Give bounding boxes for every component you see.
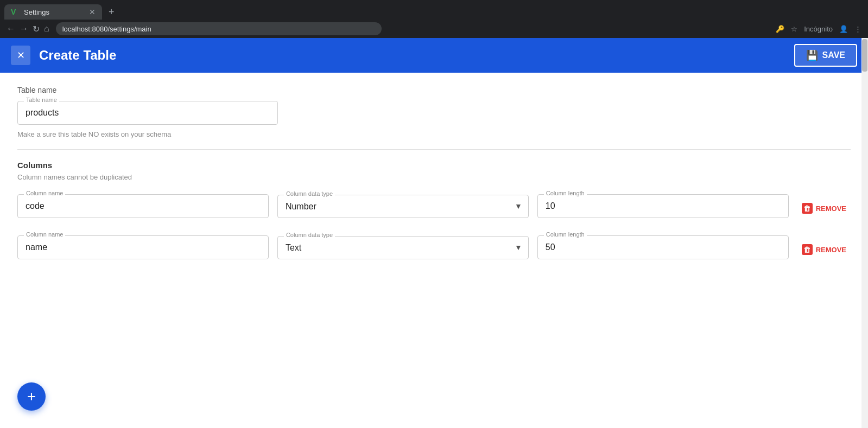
scrollbar-thumb[interactable] — [862, 39, 867, 72]
col-length-group-1: Column length — [537, 194, 789, 218]
col-name-label-1: Column name — [24, 190, 65, 196]
col-type-group-1: Column data type Number Text Date Boolea… — [277, 195, 529, 218]
refresh-button[interactable]: ↻ — [33, 24, 40, 34]
col-type-select-2[interactable]: Number Text Date Boolean Float — [277, 236, 529, 259]
profile-icon[interactable]: 👤 — [839, 25, 848, 33]
nav-buttons: ← → ↻ ⌂ — [7, 24, 49, 34]
table-name-input[interactable] — [17, 101, 278, 125]
col-name-label-2: Column name — [24, 231, 65, 238]
menu-icon[interactable]: ⋮ — [854, 25, 861, 33]
col-name-input-2[interactable] — [17, 235, 269, 259]
columns-subtitle: Column names cannot be duplicated — [17, 173, 851, 181]
browser-actions: 🔑 ☆ Incógnito 👤 ⋮ — [776, 25, 861, 33]
col-length-input-1[interactable] — [537, 194, 789, 218]
main-content: Table name Table name Make a sure this t… — [0, 73, 868, 428]
tab-close-icon[interactable]: ✕ — [89, 8, 96, 16]
address-input[interactable] — [56, 22, 382, 35]
app-header: ✕ Create Table 💾 SAVE — [0, 38, 868, 73]
back-button[interactable]: ← — [7, 24, 15, 34]
forward-button[interactable]: → — [20, 24, 28, 34]
key-icon: 🔑 — [776, 25, 784, 33]
remove-button-1[interactable]: 🗑 REMOVE — [797, 203, 851, 214]
table-name-field-label: Table name — [24, 97, 59, 103]
col-type-label-2: Column data type — [284, 232, 335, 238]
column-row: Column name Column data type Number Text… — [17, 194, 851, 222]
tab-label: Settings — [24, 8, 49, 16]
col-length-group-2: Column length — [537, 235, 789, 259]
table-name-section-label: Table name — [17, 86, 851, 94]
table-name-field-group: Table name — [17, 101, 278, 125]
remove-label-2: REMOVE — [816, 246, 846, 254]
columns-section-title: Columns — [17, 161, 851, 170]
helper-text: Make a sure this table NO exists on your… — [17, 130, 851, 138]
column-row-2: Column name Column data type Number Text… — [17, 235, 851, 264]
remove-button-2[interactable]: 🗑 REMOVE — [797, 244, 851, 255]
star-icon[interactable]: ☆ — [791, 25, 797, 33]
plus-icon: + — [27, 388, 36, 405]
tab-favicon: V — [11, 8, 20, 16]
browser-tab[interactable]: V Settings ✕ — [4, 4, 102, 20]
page-title: Create Table — [39, 48, 116, 63]
home-button[interactable]: ⌂ — [44, 24, 49, 34]
col-length-input-2[interactable] — [537, 235, 789, 259]
address-bar: ← → ↻ ⌂ 🔑 ☆ Incógnito 👤 ⋮ — [0, 20, 868, 38]
tab-bar: V Settings ✕ + — [0, 0, 868, 20]
trash-icon-1: 🗑 — [802, 203, 813, 214]
col-name-group-1: Column name — [17, 194, 269, 218]
col-name-group-2: Column name — [17, 235, 269, 259]
add-column-button[interactable]: + — [17, 382, 46, 411]
new-tab-button[interactable]: + — [104, 7, 119, 18]
header-close-button[interactable]: ✕ — [11, 46, 30, 65]
incognito-label: Incógnito — [804, 25, 833, 33]
col-type-group-2: Column data type Number Text Date Boolea… — [277, 236, 529, 259]
remove-label-1: REMOVE — [816, 205, 846, 213]
col-length-label-1: Column length — [544, 190, 587, 196]
save-button[interactable]: 💾 SAVE — [794, 44, 857, 67]
col-type-label-1: Column data type — [284, 190, 335, 197]
close-icon: ✕ — [17, 49, 25, 61]
save-icon: 💾 — [806, 49, 818, 61]
scrollbar-track[interactable] — [861, 38, 868, 428]
save-label: SAVE — [822, 50, 845, 60]
col-length-label-2: Column length — [544, 231, 587, 238]
trash-icon-2: 🗑 — [802, 244, 813, 255]
browser-chrome: V Settings ✕ + ← → ↻ ⌂ 🔑 ☆ Incógnito 👤 ⋮ — [0, 0, 868, 38]
section-divider — [17, 149, 851, 150]
col-type-select-1[interactable]: Number Text Date Boolean Float — [277, 195, 529, 218]
col-name-input-1[interactable] — [17, 194, 269, 218]
